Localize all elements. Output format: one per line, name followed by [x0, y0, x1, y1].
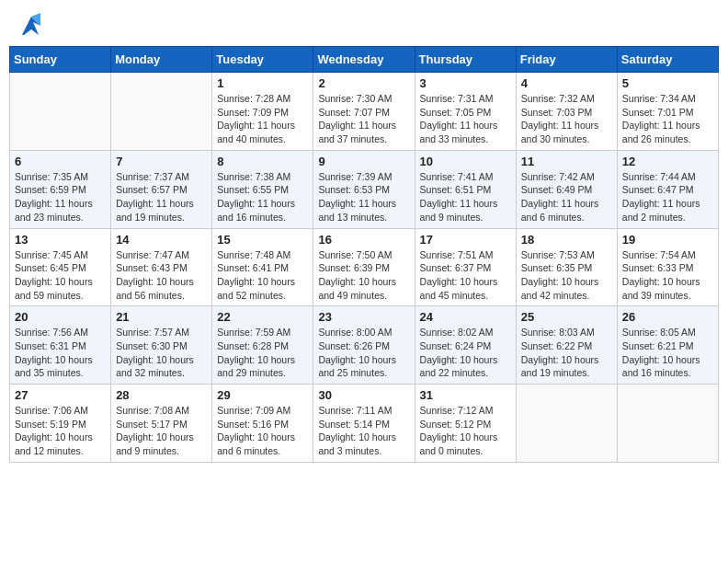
- day-detail: Sunrise: 7:09 AMSunset: 5:16 PMDaylight:…: [217, 404, 308, 458]
- calendar-day: 20Sunrise: 7:56 AMSunset: 6:31 PMDayligh…: [10, 306, 111, 385]
- calendar-day: 16Sunrise: 7:50 AMSunset: 6:39 PMDayligh…: [313, 228, 415, 306]
- calendar-day: 18Sunrise: 7:53 AMSunset: 6:35 PMDayligh…: [516, 228, 617, 306]
- calendar-day: [516, 385, 617, 463]
- day-number: 1: [217, 76, 308, 90]
- day-detail: Sunrise: 7:51 AMSunset: 6:37 PMDaylight:…: [420, 248, 511, 303]
- day-detail: Sunrise: 7:41 AMSunset: 6:51 PMDaylight:…: [420, 170, 511, 224]
- day-number: 12: [622, 155, 713, 168]
- calendar-day: [10, 73, 111, 151]
- day-number: 22: [217, 310, 308, 324]
- day-detail: Sunrise: 7:48 AMSunset: 6:41 PMDaylight:…: [217, 248, 308, 303]
- calendar-week-3: 13Sunrise: 7:45 AMSunset: 6:45 PMDayligh…: [10, 228, 719, 306]
- day-detail: Sunrise: 7:50 AMSunset: 6:39 PMDaylight:…: [318, 248, 409, 303]
- day-number: 3: [420, 76, 511, 90]
- day-detail: Sunrise: 7:08 AMSunset: 5:17 PMDaylight:…: [116, 404, 207, 458]
- day-detail: Sunrise: 8:03 AMSunset: 6:22 PMDaylight:…: [521, 326, 612, 380]
- day-detail: Sunrise: 7:28 AMSunset: 7:09 PMDaylight:…: [217, 92, 308, 146]
- calendar-day: 14Sunrise: 7:47 AMSunset: 6:43 PMDayligh…: [111, 228, 212, 306]
- calendar-day: 13Sunrise: 7:45 AMSunset: 6:45 PMDayligh…: [10, 228, 111, 306]
- day-number: 27: [15, 388, 106, 402]
- calendar-day: 23Sunrise: 8:00 AMSunset: 6:26 PMDayligh…: [313, 306, 415, 385]
- calendar-day: 17Sunrise: 7:51 AMSunset: 6:37 PMDayligh…: [415, 228, 516, 306]
- calendar-day: 6Sunrise: 7:35 AMSunset: 6:59 PMDaylight…: [10, 150, 111, 228]
- page-header: [9, 9, 719, 39]
- calendar-day: 15Sunrise: 7:48 AMSunset: 6:41 PMDayligh…: [212, 228, 313, 306]
- calendar-day: 7Sunrise: 7:37 AMSunset: 6:57 PMDaylight…: [111, 150, 212, 228]
- day-detail: Sunrise: 8:02 AMSunset: 6:24 PMDaylight:…: [420, 326, 511, 380]
- calendar-day: 5Sunrise: 7:34 AMSunset: 7:01 PMDaylight…: [617, 73, 718, 151]
- header-cell-thursday: Thursday: [415, 47, 516, 73]
- day-detail: Sunrise: 7:11 AMSunset: 5:14 PMDaylight:…: [318, 404, 409, 458]
- day-detail: Sunrise: 7:53 AMSunset: 6:35 PMDaylight:…: [521, 248, 612, 303]
- day-number: 7: [116, 155, 207, 168]
- calendar-day: 4Sunrise: 7:32 AMSunset: 7:03 PMDaylight…: [516, 73, 617, 151]
- calendar-day: 1Sunrise: 7:28 AMSunset: 7:09 PMDaylight…: [212, 73, 313, 151]
- calendar-week-2: 6Sunrise: 7:35 AMSunset: 6:59 PMDaylight…: [10, 150, 719, 228]
- calendar-day: [111, 73, 212, 151]
- calendar-table: SundayMondayTuesdayWednesdayThursdayFrid…: [9, 46, 719, 463]
- day-detail: Sunrise: 8:05 AMSunset: 6:21 PMDaylight:…: [622, 326, 713, 380]
- day-number: 29: [217, 388, 308, 402]
- calendar-header: SundayMondayTuesdayWednesdayThursdayFrid…: [10, 47, 719, 73]
- day-number: 14: [116, 233, 207, 247]
- day-detail: Sunrise: 7:12 AMSunset: 5:12 PMDaylight:…: [420, 404, 511, 458]
- day-detail: Sunrise: 7:44 AMSunset: 6:47 PMDaylight:…: [622, 170, 713, 224]
- day-detail: Sunrise: 7:06 AMSunset: 5:19 PMDaylight:…: [15, 404, 106, 458]
- calendar-day: 12Sunrise: 7:44 AMSunset: 6:47 PMDayligh…: [617, 150, 718, 228]
- header-cell-saturday: Saturday: [617, 47, 718, 73]
- calendar-day: 26Sunrise: 8:05 AMSunset: 6:21 PMDayligh…: [617, 306, 718, 385]
- calendar-day: 27Sunrise: 7:06 AMSunset: 5:19 PMDayligh…: [10, 385, 111, 463]
- day-number: 26: [622, 310, 713, 324]
- calendar-day: 8Sunrise: 7:38 AMSunset: 6:55 PMDaylight…: [212, 150, 313, 228]
- calendar-day: 24Sunrise: 8:02 AMSunset: 6:24 PMDayligh…: [415, 306, 516, 385]
- day-number: 5: [622, 76, 713, 90]
- calendar-day: 30Sunrise: 7:11 AMSunset: 5:14 PMDayligh…: [313, 385, 415, 463]
- calendar-day: 9Sunrise: 7:39 AMSunset: 6:53 PMDaylight…: [313, 150, 415, 228]
- day-number: 23: [318, 310, 409, 324]
- day-detail: Sunrise: 7:57 AMSunset: 6:30 PMDaylight:…: [116, 326, 207, 380]
- day-number: 19: [622, 233, 713, 247]
- calendar-day: 29Sunrise: 7:09 AMSunset: 5:16 PMDayligh…: [212, 385, 313, 463]
- calendar-body: 1Sunrise: 7:28 AMSunset: 7:09 PMDaylight…: [10, 73, 719, 463]
- logo: [13, 9, 51, 39]
- header-cell-wednesday: Wednesday: [313, 47, 415, 73]
- day-detail: Sunrise: 7:42 AMSunset: 6:49 PMDaylight:…: [521, 170, 612, 224]
- logo-icon: [13, 9, 50, 39]
- calendar-day: 10Sunrise: 7:41 AMSunset: 6:51 PMDayligh…: [415, 150, 516, 228]
- calendar-week-1: 1Sunrise: 7:28 AMSunset: 7:09 PMDaylight…: [10, 73, 719, 151]
- header-cell-tuesday: Tuesday: [212, 47, 313, 73]
- calendar-day: 19Sunrise: 7:54 AMSunset: 6:33 PMDayligh…: [617, 228, 718, 306]
- day-detail: Sunrise: 7:59 AMSunset: 6:28 PMDaylight:…: [217, 326, 308, 380]
- day-detail: Sunrise: 7:37 AMSunset: 6:57 PMDaylight:…: [116, 170, 207, 224]
- day-number: 8: [217, 155, 308, 168]
- calendar-day: 28Sunrise: 7:08 AMSunset: 5:17 PMDayligh…: [111, 385, 212, 463]
- calendar-week-5: 27Sunrise: 7:06 AMSunset: 5:19 PMDayligh…: [10, 385, 719, 463]
- day-number: 16: [318, 233, 409, 247]
- day-detail: Sunrise: 7:56 AMSunset: 6:31 PMDaylight:…: [15, 326, 106, 380]
- calendar-day: 3Sunrise: 7:31 AMSunset: 7:05 PMDaylight…: [415, 73, 516, 151]
- day-number: 2: [318, 76, 409, 90]
- day-detail: Sunrise: 7:31 AMSunset: 7:05 PMDaylight:…: [420, 92, 511, 146]
- day-number: 6: [15, 155, 106, 168]
- calendar-day: 21Sunrise: 7:57 AMSunset: 6:30 PMDayligh…: [111, 306, 212, 385]
- day-detail: Sunrise: 7:38 AMSunset: 6:55 PMDaylight:…: [217, 170, 308, 224]
- day-number: 31: [420, 388, 511, 402]
- day-detail: Sunrise: 7:45 AMSunset: 6:45 PMDaylight:…: [15, 248, 106, 303]
- day-detail: Sunrise: 8:00 AMSunset: 6:26 PMDaylight:…: [318, 326, 409, 380]
- day-number: 28: [116, 388, 207, 402]
- day-detail: Sunrise: 7:54 AMSunset: 6:33 PMDaylight:…: [622, 248, 713, 303]
- calendar-day: 31Sunrise: 7:12 AMSunset: 5:12 PMDayligh…: [415, 385, 516, 463]
- day-number: 20: [15, 310, 106, 324]
- day-number: 10: [420, 155, 511, 168]
- day-number: 4: [521, 76, 612, 90]
- day-number: 24: [420, 310, 511, 324]
- day-number: 21: [116, 310, 207, 324]
- day-detail: Sunrise: 7:34 AMSunset: 7:01 PMDaylight:…: [622, 92, 713, 146]
- day-detail: Sunrise: 7:30 AMSunset: 7:07 PMDaylight:…: [318, 92, 409, 146]
- calendar-day: 2Sunrise: 7:30 AMSunset: 7:07 PMDaylight…: [313, 73, 415, 151]
- day-number: 18: [521, 233, 612, 247]
- calendar-day: 22Sunrise: 7:59 AMSunset: 6:28 PMDayligh…: [212, 306, 313, 385]
- day-detail: Sunrise: 7:35 AMSunset: 6:59 PMDaylight:…: [15, 170, 106, 224]
- header-cell-monday: Monday: [111, 47, 212, 73]
- day-number: 30: [318, 388, 409, 402]
